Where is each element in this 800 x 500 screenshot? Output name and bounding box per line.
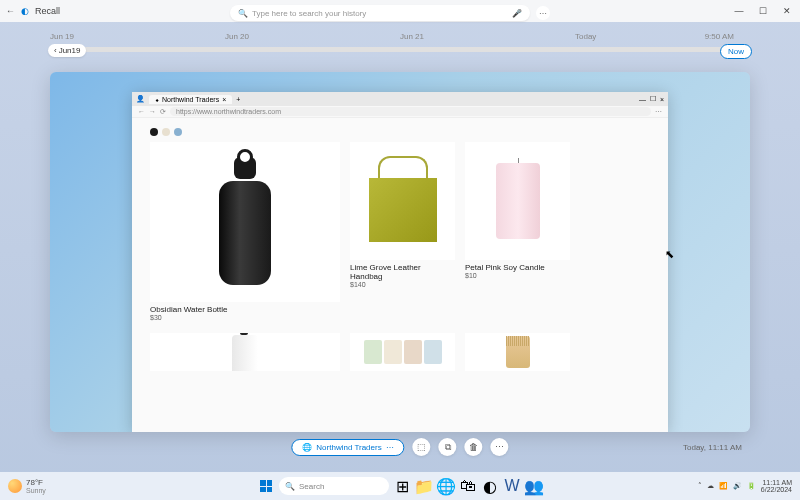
color-swatches (150, 128, 650, 136)
nav-fwd-icon[interactable]: → (149, 108, 156, 115)
clock-date: 6/22/2024 (761, 486, 792, 493)
product-card[interactable]: Lime Grove Leather Handbag $140 (350, 142, 455, 288)
browser-close-icon[interactable]: × (660, 96, 664, 103)
more-button[interactable]: ⋯ (536, 6, 550, 20)
taskbar-search-label: Search (299, 482, 324, 491)
pill-more-icon[interactable]: ⋯ (386, 443, 394, 452)
volume-icon[interactable]: 🔊 (733, 482, 742, 490)
page-content: Obsidian Water Bottle $30 Lime Grove Lea… (132, 118, 668, 432)
minimize-button[interactable]: — (732, 4, 746, 18)
taskbar[interactable]: 78°F Sunny 🔍Search ⊞ 📁 🌐 🛍 ◐ W 👥 ˄ ☁ 📶 🔊… (0, 472, 800, 500)
snapshot-viewport: 👤 ⬥ Northwind Traders × + — ☐ × ← → ⟳ ht… (50, 72, 750, 432)
nav-back-icon[interactable]: ← (138, 108, 145, 115)
timeline-prev-button[interactable]: ‹Jun19 (48, 44, 86, 57)
search-placeholder: Type here to search your history (252, 9, 366, 18)
timeline-date[interactable]: Jun 19 (50, 32, 225, 41)
refresh-icon[interactable]: ⟳ (160, 108, 166, 116)
word-icon[interactable]: W (503, 477, 521, 495)
delete-button[interactable]: 🗑 (465, 438, 483, 456)
product-name: Petal Pink Soy Candle (465, 263, 570, 272)
timeline-date[interactable]: Jun 21 (400, 32, 575, 41)
product-card[interactable]: Petal Pink Soy Candle $10 (465, 142, 570, 279)
wifi-icon[interactable]: 📶 (719, 482, 728, 490)
actions-more-button[interactable]: ⋯ (491, 438, 509, 456)
store-icon[interactable]: 🛍 (459, 477, 477, 495)
recall-icon[interactable]: ◐ (481, 477, 499, 495)
timeline-date[interactable]: Jun 20 (225, 32, 400, 41)
product-image-candle (496, 163, 540, 239)
clock-time: 11:11 AM (761, 479, 792, 486)
taskbar-search[interactable]: 🔍Search (279, 477, 389, 495)
battery-icon[interactable]: 🔋 (747, 482, 756, 490)
app-icon: ◐ (21, 6, 29, 16)
history-search-input[interactable]: 🔍 Type here to search your history 🎤 (230, 5, 530, 21)
swatch-black[interactable] (150, 128, 158, 136)
product-image-bottle (215, 157, 275, 287)
clock[interactable]: 11:11 AM 6/22/2024 (761, 479, 792, 493)
snapshot-timestamp: Today, 11:11 AM (683, 443, 742, 452)
search-icon: 🔍 (285, 482, 295, 491)
start-button[interactable] (257, 477, 275, 495)
timeline[interactable]: Jun 19 Jun 20 Jun 21 Today 9:50 AM ‹Jun1… (50, 32, 750, 62)
address-bar[interactable]: https://www.northwindtraders.com (170, 107, 651, 116)
product-image-bag (368, 156, 438, 246)
browser-tab[interactable]: ⬥ Northwind Traders × (149, 95, 232, 104)
tab-close-icon[interactable]: × (222, 96, 226, 103)
product-image-pump (232, 335, 258, 371)
edge-icon[interactable]: 🌐 (437, 477, 455, 495)
edge-icon: 🌐 (302, 443, 312, 452)
swatch-blue[interactable] (174, 128, 182, 136)
product-card[interactable] (465, 333, 570, 371)
source-app-pill[interactable]: 🌐 Northwind Traders ⋯ (291, 439, 404, 456)
timeline-time: 9:50 AM (705, 32, 734, 41)
weather-temp: 78°F (26, 478, 46, 487)
action-bar: 🌐 Northwind Traders ⋯ ⬚ ⧉ 🗑 ⋯ (291, 438, 508, 456)
timeline-track[interactable] (50, 47, 750, 52)
copy-button[interactable]: ⧉ (439, 438, 457, 456)
crop-button[interactable]: ⬚ (413, 438, 431, 456)
browser-tabstrip: 👤 ⬥ Northwind Traders × + — ☐ × (132, 92, 668, 106)
source-label: Northwind Traders (316, 443, 381, 452)
explorer-icon[interactable]: 📁 (415, 477, 433, 495)
profile-icon[interactable]: 👤 (136, 95, 145, 103)
product-name: Lime Grove Leather Handbag (350, 263, 455, 281)
product-card[interactable] (350, 333, 455, 371)
tab-title: Northwind Traders (162, 96, 219, 103)
product-card[interactable] (150, 333, 340, 371)
task-view-icon[interactable]: ⊞ (393, 477, 411, 495)
teams-icon[interactable]: 👥 (525, 477, 543, 495)
tray-chevron-icon[interactable]: ˄ (698, 482, 702, 490)
product-price: $140 (350, 281, 455, 288)
product-price: $10 (465, 272, 570, 279)
product-card[interactable]: Obsidian Water Bottle $30 (150, 142, 340, 321)
app-title: Recall (35, 6, 60, 16)
product-image-brush (506, 336, 530, 368)
browser-max-icon[interactable]: ☐ (650, 95, 656, 103)
onedrive-icon[interactable]: ☁ (707, 482, 714, 490)
favicon: ⬥ (155, 96, 159, 103)
close-button[interactable]: ✕ (780, 4, 794, 18)
browser-menu-icon[interactable]: ⋯ (655, 108, 662, 116)
browser-window[interactable]: 👤 ⬥ Northwind Traders × + — ☐ × ← → ⟳ ht… (132, 92, 668, 432)
product-name: Obsidian Water Bottle (150, 305, 340, 314)
new-tab-button[interactable]: + (236, 96, 240, 103)
timeline-now-button[interactable]: Now (720, 44, 752, 59)
weather-icon (8, 479, 22, 493)
weather-cond: Sunny (26, 487, 46, 494)
product-price: $30 (150, 314, 340, 321)
back-icon[interactable]: ← (6, 6, 15, 16)
weather-widget[interactable]: 78°F Sunny (8, 478, 46, 494)
search-icon: 🔍 (238, 9, 248, 18)
browser-min-icon[interactable]: — (639, 96, 646, 103)
browser-toolbar: ← → ⟳ https://www.northwindtraders.com ⋯ (132, 106, 668, 118)
maximize-button[interactable]: ☐ (756, 4, 770, 18)
mic-icon[interactable]: 🎤 (512, 9, 522, 18)
product-image-soaps (364, 340, 442, 364)
swatch-beige[interactable] (162, 128, 170, 136)
